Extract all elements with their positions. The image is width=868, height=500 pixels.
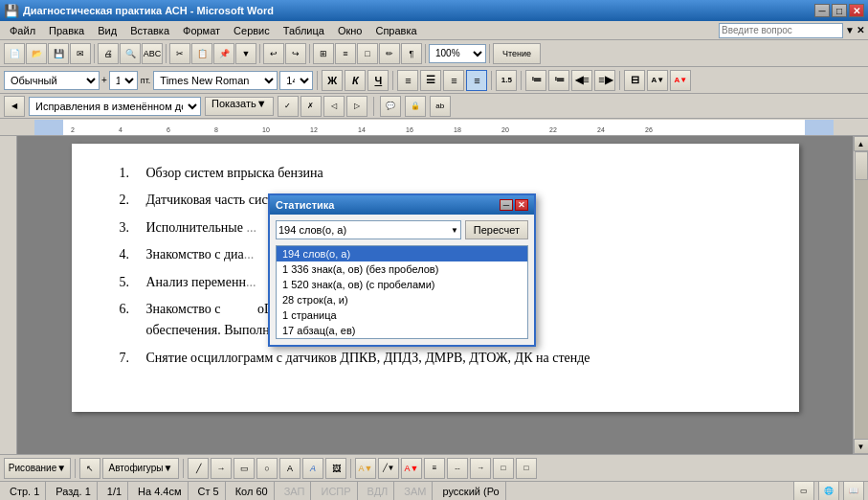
new-btn[interactable]: 📄 bbox=[4, 43, 25, 64]
track-mode-select[interactable]: Исправления в изменённом документе bbox=[29, 97, 201, 116]
open-btn[interactable]: 📂 bbox=[26, 43, 47, 64]
bold-btn[interactable]: Ж bbox=[322, 70, 343, 91]
draw-label-btn[interactable]: Рисование▼ bbox=[4, 458, 71, 479]
balloon-btn[interactable]: 💬 bbox=[380, 96, 401, 117]
menu-edit[interactable]: Правка bbox=[43, 23, 90, 38]
borders-btn[interactable]: ⊟ bbox=[624, 70, 645, 91]
menu-service[interactable]: Сервис bbox=[228, 23, 276, 38]
scroll-track[interactable] bbox=[855, 151, 868, 439]
paste-btn[interactable]: 📌 bbox=[213, 43, 234, 64]
line-spacing-btn[interactable]: 1.5 bbox=[496, 70, 517, 91]
zoom-select[interactable]: 100% bbox=[429, 44, 486, 63]
stats-option-5[interactable]: 17 абзац(а, ев) bbox=[277, 323, 527, 338]
save-btn[interactable]: 💾 bbox=[48, 43, 69, 64]
underline-btn[interactable]: Ч bbox=[367, 70, 389, 91]
view-web-btn[interactable]: 🌐 bbox=[818, 481, 839, 501]
undo-btn[interactable]: ↩ bbox=[263, 43, 284, 64]
menu-view[interactable]: Вид bbox=[92, 23, 122, 38]
dialog-close-btn[interactable]: ✕ bbox=[515, 199, 528, 211]
help-close[interactable]: ✕ bbox=[857, 25, 864, 35]
stats-option-0[interactable]: 194 слов(о, а) bbox=[277, 246, 527, 261]
cut-btn[interactable]: ✂ bbox=[169, 43, 190, 64]
show-btn[interactable]: ¶ bbox=[401, 43, 422, 64]
rect-btn[interactable]: ▭ bbox=[234, 458, 255, 479]
maximize-button[interactable]: □ bbox=[832, 4, 847, 17]
stats-option-4[interactable]: 1 страница bbox=[277, 307, 527, 323]
view-read-btn[interactable]: 📖 bbox=[843, 481, 864, 501]
inc-indent-btn[interactable]: ≡▶ bbox=[594, 70, 615, 91]
minimize-button[interactable]: ─ bbox=[814, 4, 830, 17]
align-center-btn[interactable]: ☰ bbox=[420, 70, 441, 91]
clip-btn[interactable]: 🖼 bbox=[325, 458, 346, 479]
menu-help[interactable]: Справка bbox=[369, 23, 422, 38]
view-normal-btn[interactable]: ▭ bbox=[793, 481, 814, 501]
font-size-select[interactable]: 14 bbox=[109, 71, 138, 90]
close-button[interactable]: ✕ bbox=[849, 4, 864, 17]
stats-option-2[interactable]: 1 520 знак(а, ов) (с пробелами) bbox=[277, 277, 527, 292]
paste-special-btn[interactable]: ▼ bbox=[235, 43, 256, 64]
menu-table[interactable]: Таблица bbox=[278, 23, 330, 38]
dash-btn[interactable]: -- bbox=[447, 458, 468, 479]
arrow-style-btn[interactable]: → bbox=[470, 458, 491, 479]
dialog-pin-btn[interactable]: ─ bbox=[500, 199, 513, 211]
align-right-btn[interactable]: ≡ bbox=[443, 70, 464, 91]
menu-file[interactable]: Файл bbox=[4, 23, 41, 38]
recalc-button[interactable]: Пересчет bbox=[465, 220, 528, 239]
num-list-btn[interactable]: ≔ bbox=[525, 70, 546, 91]
track-arrow-left[interactable]: ◀ bbox=[4, 96, 25, 117]
read-btn[interactable]: Чтение bbox=[493, 43, 541, 64]
font-color-btn[interactable]: A▼ bbox=[670, 70, 691, 91]
scroll-up-btn[interactable]: ▲ bbox=[854, 136, 869, 151]
copy-btn[interactable]: 📋 bbox=[191, 43, 212, 64]
left-margin bbox=[0, 136, 17, 454]
accept-btn[interactable]: ✓ bbox=[278, 96, 299, 117]
scroll-down-btn[interactable]: ▼ bbox=[854, 439, 869, 454]
autoshape-btn[interactable]: Автофигуры▼ bbox=[102, 458, 179, 479]
textbox-btn[interactable]: A bbox=[279, 458, 300, 479]
italic-btn[interactable]: К bbox=[345, 70, 366, 91]
3d-btn[interactable]: □ bbox=[516, 458, 537, 479]
menu-format[interactable]: Формат bbox=[177, 23, 226, 38]
show-btn[interactable]: Показать▼ bbox=[205, 97, 274, 116]
redo-btn[interactable]: ↪ bbox=[285, 43, 306, 64]
menu-insert[interactable]: Вставка bbox=[124, 23, 175, 38]
highlight-btn[interactable]: A▼ bbox=[647, 70, 668, 91]
table-btn[interactable]: ⊞ bbox=[313, 43, 334, 64]
track-small-2[interactable]: ab bbox=[430, 96, 451, 117]
wordart-btn[interactable]: A bbox=[302, 458, 323, 479]
bul-list-btn[interactable]: ≔ bbox=[548, 70, 569, 91]
cursor-btn[interactable]: ↖ bbox=[79, 458, 100, 479]
dec-indent-btn[interactable]: ◀≡ bbox=[571, 70, 592, 91]
next-change-btn[interactable]: ▷ bbox=[346, 96, 367, 117]
style-select[interactable]: Обычный bbox=[4, 71, 100, 90]
search-arrow[interactable]: ▼ bbox=[845, 25, 855, 35]
track-small-1[interactable]: 🔒 bbox=[405, 96, 426, 117]
stats-option-1[interactable]: 1 336 знак(а, ов) (без пробелов) bbox=[277, 261, 527, 277]
line-btn[interactable]: ╱ bbox=[188, 458, 209, 479]
spell-btn[interactable]: ABC bbox=[142, 43, 163, 64]
menu-window[interactable]: Окно bbox=[332, 23, 368, 38]
print-preview-btn[interactable]: 🔍 bbox=[120, 43, 141, 64]
line-style-btn[interactable]: ≡ bbox=[424, 458, 445, 479]
scroll-thumb[interactable] bbox=[855, 151, 868, 180]
font-size2-select[interactable]: 14 bbox=[279, 71, 313, 90]
draw-btn[interactable]: ✏ bbox=[379, 43, 400, 64]
oval-btn[interactable]: ○ bbox=[256, 458, 278, 479]
stats-option-3[interactable]: 28 строк(а, и) bbox=[277, 292, 527, 307]
line-color-btn[interactable]: ╱▼ bbox=[378, 458, 399, 479]
reject-btn[interactable]: ✗ bbox=[300, 96, 322, 117]
stats-dropdown[interactable]: 194 слов(о, а) ▼ bbox=[276, 220, 461, 239]
fill-color-btn[interactable]: A▼ bbox=[355, 458, 376, 479]
search-input[interactable] bbox=[719, 23, 843, 38]
prev-change-btn[interactable]: ◁ bbox=[323, 96, 345, 117]
print-btn[interactable]: 🖨 bbox=[98, 43, 119, 64]
frame-btn[interactable]: □ bbox=[357, 43, 378, 64]
email-btn[interactable]: ✉ bbox=[70, 43, 91, 64]
font-select[interactable]: Times New Roman bbox=[153, 71, 278, 90]
shadow-btn[interactable]: □ bbox=[493, 458, 514, 479]
font-color2-btn[interactable]: A▼ bbox=[401, 458, 422, 479]
cols-btn[interactable]: ≡ bbox=[335, 43, 356, 64]
align-left-btn[interactable]: ≡ bbox=[397, 70, 418, 91]
align-justify-btn[interactable]: ≡ bbox=[466, 70, 487, 91]
arrow-btn[interactable]: → bbox=[211, 458, 232, 479]
